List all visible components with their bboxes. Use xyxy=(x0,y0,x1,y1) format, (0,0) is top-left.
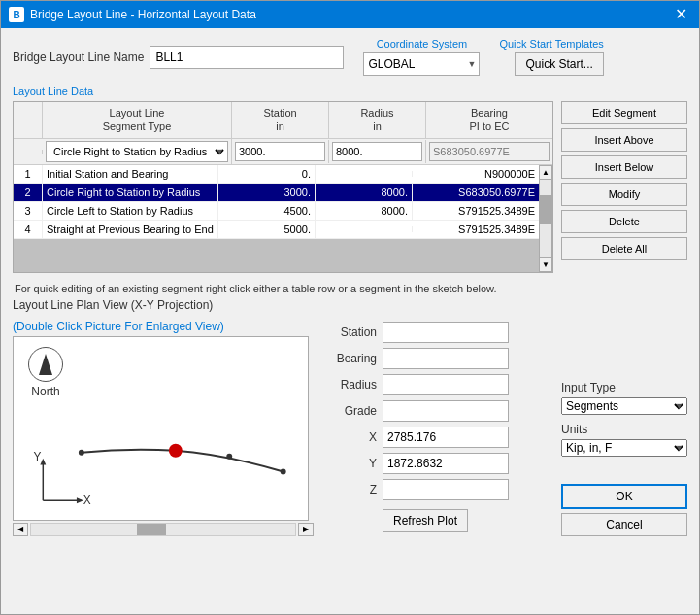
y-label: Y xyxy=(323,457,377,470)
station-label: Station xyxy=(323,325,377,339)
bridge-name-label: Bridge Layout Line Name xyxy=(13,51,144,64)
td-radius xyxy=(316,226,413,232)
td-segment-type: Circle Left to Station by Radius xyxy=(43,202,218,220)
td-bearing: S683050.6977E xyxy=(413,184,539,201)
table-row[interactable]: 4 Straight at Previous Bearing to End 50… xyxy=(14,221,539,239)
radius-input[interactable] xyxy=(383,374,509,395)
td-num: 4 xyxy=(14,221,43,238)
th-bearing: BearingPI to EC xyxy=(426,102,552,138)
arrow-circle xyxy=(28,347,63,382)
scroll-thumb xyxy=(540,195,551,224)
main-left: Layout LineSegment Type Stationin Radius… xyxy=(13,101,553,536)
title-bar: B Bridge Layout Line - Horizontal Layout… xyxy=(1,1,699,28)
scroll-right-btn[interactable]: ▶ xyxy=(298,523,314,536)
td-segment-type: Circle Right to Station by Radius xyxy=(43,184,218,201)
th-segment-type: Layout LineSegment Type xyxy=(43,102,232,138)
td-radius xyxy=(316,171,413,177)
curve-dot-4 xyxy=(281,468,286,474)
edit-bearing-input xyxy=(429,142,550,161)
plan-scrollbar[interactable]: ◀ ▶ xyxy=(13,523,314,536)
edit-segment-type[interactable]: Circle Right to Station by Radius Circle… xyxy=(43,139,232,164)
arrow-up-icon xyxy=(39,354,52,375)
plan-view-sub-label: (Double Click Picture For Enlarged View) xyxy=(13,320,224,333)
station-input[interactable] xyxy=(383,322,509,343)
refresh-row: Refresh Plot xyxy=(323,509,553,532)
edit-num xyxy=(14,150,43,154)
radius-row: Radius xyxy=(323,374,553,395)
table-header: Layout LineSegment Type Stationin Radius… xyxy=(14,102,552,139)
top-row: Bridge Layout Line Name Coordinate Syste… xyxy=(13,38,687,76)
plan-canvas[interactable]: North xyxy=(13,336,309,521)
layout-data-section: Layout Line Data Layout LineSegment Type… xyxy=(13,85,687,536)
input-type-section: Input Type Segments Points Coordinates xyxy=(561,381,687,415)
td-station: 5000. xyxy=(218,221,316,238)
x-row: X xyxy=(323,427,553,448)
grade-input[interactable] xyxy=(383,400,509,422)
north-arrow: North xyxy=(28,347,63,398)
z-input[interactable] xyxy=(383,479,509,500)
td-num: 2 xyxy=(14,184,43,201)
quick-start-button[interactable]: Quick Start... xyxy=(515,52,603,76)
main-window: B Bridge Layout Line - Horizontal Layout… xyxy=(0,0,700,615)
edit-radius-input[interactable] xyxy=(332,142,422,161)
x-arrow xyxy=(77,497,83,503)
edit-segment-select[interactable]: Circle Right to Station by Radius Circle… xyxy=(46,141,228,162)
units-select[interactable]: Kip, in, F Kip, ft, F N, mm, C xyxy=(561,439,687,457)
edit-segment-button[interactable]: Edit Segment xyxy=(561,101,687,124)
scroll-up-btn[interactable]: ▲ xyxy=(540,166,551,180)
td-bearing: S791525.3489E xyxy=(413,202,539,220)
y-input[interactable] xyxy=(383,453,509,474)
x-axis-label: X xyxy=(83,494,91,507)
edit-station[interactable] xyxy=(232,140,329,163)
ok-button[interactable]: OK xyxy=(561,484,687,509)
th-station: Stationin xyxy=(232,102,329,138)
edit-radius[interactable] xyxy=(329,140,426,163)
td-segment-type: Initial Station and Bearing xyxy=(43,165,218,183)
bridge-name-input[interactable] xyxy=(150,46,344,69)
table-scroll[interactable]: 1 Initial Station and Bearing 0. N900000… xyxy=(14,165,539,272)
cancel-button[interactable]: Cancel xyxy=(561,513,687,536)
td-bearing: S791525.3489E xyxy=(413,221,539,238)
delete-all-button[interactable]: Delete All xyxy=(561,237,687,260)
edit-segment-wrapper: Circle Right to Station by Radius Circle… xyxy=(46,141,228,162)
insert-below-button[interactable]: Insert Below xyxy=(561,155,687,179)
bearing-row: Bearing xyxy=(323,348,553,369)
table-scrollbar[interactable]: ▲ ▼ xyxy=(539,165,552,272)
edit-station-input[interactable] xyxy=(235,142,325,161)
station-row: Station xyxy=(323,322,553,343)
th-num xyxy=(14,102,43,138)
td-segment-type: Straight at Previous Bearing to End xyxy=(43,221,218,238)
scroll-left-btn[interactable]: ◀ xyxy=(13,523,28,536)
x-input[interactable] xyxy=(383,427,509,448)
y-axis-label: Y xyxy=(33,449,41,462)
hint-text: For quick editing of an existing segment… xyxy=(13,279,553,298)
segment-buttons: Edit Segment Insert Above Insert Below M… xyxy=(561,101,687,260)
coord-system-select[interactable]: GLOBAL xyxy=(363,52,480,76)
insert-above-button[interactable]: Insert Above xyxy=(561,128,687,152)
table-row[interactable]: 3 Circle Left to Station by Radius 4500.… xyxy=(14,202,539,221)
delete-button[interactable]: Delete xyxy=(561,210,687,233)
right-col: Edit Segment Insert Above Insert Below M… xyxy=(561,101,687,536)
curve-dot-3 xyxy=(226,453,232,459)
td-radius: 8000. xyxy=(316,184,413,201)
input-type-select[interactable]: Segments Points Coordinates xyxy=(561,397,687,415)
refresh-plot-button[interactable]: Refresh Plot xyxy=(383,509,468,532)
table-container: 1 Initial Station and Bearing 0. N900000… xyxy=(14,165,552,272)
close-button[interactable]: ✕ xyxy=(671,7,691,22)
table-row[interactable]: 1 Initial Station and Bearing 0. N900000… xyxy=(14,165,539,184)
table-row[interactable]: 2 Circle Right to Station by Radius 3000… xyxy=(14,184,539,202)
edit-row: Circle Right to Station by Radius Circle… xyxy=(14,139,552,165)
bridge-name-group: Bridge Layout Line Name xyxy=(13,46,344,69)
scroll-down-btn[interactable]: ▼ xyxy=(540,257,551,271)
bearing-input[interactable] xyxy=(383,348,509,369)
y-row: Y xyxy=(323,453,553,474)
middle-inputs: Station Bearing Radius xyxy=(323,322,553,536)
table-empty-space xyxy=(14,239,539,272)
grade-row: Grade xyxy=(323,400,553,422)
layout-table: Layout LineSegment Type Stationin Radius… xyxy=(13,101,553,273)
modify-button[interactable]: Modify xyxy=(561,183,687,206)
app-icon: B xyxy=(9,7,24,22)
curve-dot-1 xyxy=(79,449,84,455)
units-label: Units xyxy=(561,423,687,436)
curve-path xyxy=(82,449,283,471)
